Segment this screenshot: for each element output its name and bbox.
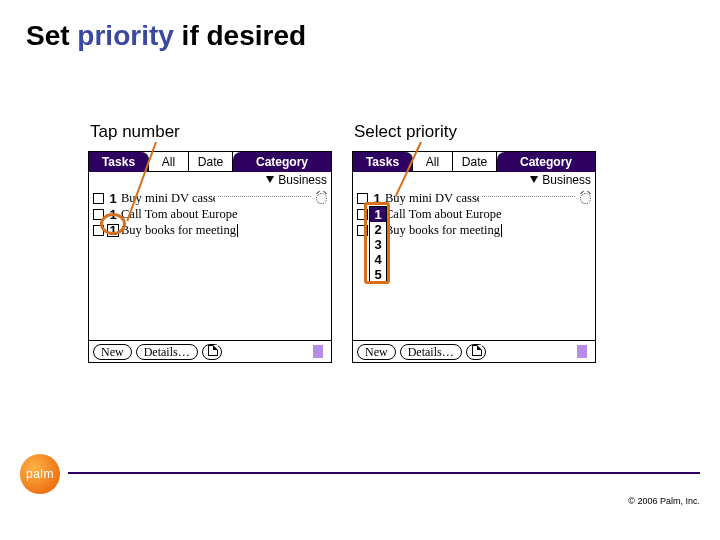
silkscreen-icon	[313, 345, 323, 358]
category-filter[interactable]: Business	[89, 172, 331, 188]
palm-logo: palm	[20, 454, 60, 494]
alarm-icon[interactable]	[316, 193, 327, 204]
task-text[interactable]: Buy books for meeting	[385, 223, 591, 238]
category-filter[interactable]: Business	[353, 172, 595, 188]
title-post: if desired	[174, 20, 306, 51]
footer-divider	[68, 472, 700, 474]
memo-icon	[208, 345, 218, 356]
tab-bar: Tasks All Date Category	[89, 152, 331, 172]
tab-all[interactable]: All	[413, 152, 453, 172]
task-row[interactable]: 1 Buy mini DV cassettes	[357, 190, 591, 206]
caption-select-priority: Select priority	[354, 122, 457, 142]
dot-leader	[482, 196, 576, 197]
chevron-down-icon	[530, 176, 538, 183]
new-button[interactable]: New	[93, 344, 132, 360]
tab-tasks[interactable]: Tasks	[353, 152, 413, 172]
task-text[interactable]: Buy mini DV cassettes	[385, 191, 479, 206]
tab-tasks[interactable]: Tasks	[89, 152, 149, 172]
text-cursor	[237, 224, 238, 237]
tab-bar: Tasks All Date Category	[353, 152, 595, 172]
new-button[interactable]: New	[357, 344, 396, 360]
task-row[interactable]: 1 Buy books for meeting	[93, 222, 327, 238]
details-button[interactable]: Details…	[400, 344, 462, 360]
slide-title: Set priority if desired	[26, 20, 306, 52]
memo-icon	[472, 345, 482, 356]
callout-box	[364, 202, 390, 284]
chevron-down-icon	[266, 176, 274, 183]
text-cursor	[501, 224, 502, 237]
tab-category[interactable]: Category	[233, 152, 331, 172]
tab-date[interactable]: Date	[189, 152, 233, 172]
note-button[interactable]	[202, 344, 222, 360]
title-pre: Set	[26, 20, 77, 51]
priority-number[interactable]: 1	[107, 191, 119, 206]
task-row[interactable]: 1 Call Tom about Europe	[357, 206, 591, 222]
category-filter-label: Business	[278, 173, 327, 187]
note-button[interactable]	[466, 344, 486, 360]
copyright-text: © 2006 Palm, Inc.	[628, 496, 700, 506]
task-text[interactable]: Call Tom about Europe	[385, 207, 591, 222]
task-row[interactable]: 1 Buy books for meeting	[357, 222, 591, 238]
tab-date[interactable]: Date	[453, 152, 497, 172]
task-text[interactable]: Call Tom about Europe	[121, 207, 327, 222]
bottom-toolbar: New Details…	[89, 340, 331, 362]
details-button[interactable]: Details…	[136, 344, 198, 360]
checkbox-icon[interactable]	[93, 193, 104, 204]
alarm-icon[interactable]	[580, 193, 591, 204]
category-filter-label: Business	[542, 173, 591, 187]
tab-category[interactable]: Category	[497, 152, 595, 172]
task-list: 1 Buy mini DV cassettes 1 Call Tom about…	[89, 188, 331, 238]
task-row[interactable]: 1 Buy mini DV cassettes	[93, 190, 327, 206]
tab-all[interactable]: All	[149, 152, 189, 172]
bottom-toolbar: New Details…	[353, 340, 595, 362]
dot-leader	[218, 196, 312, 197]
caption-tap-number: Tap number	[90, 122, 180, 142]
title-accent-word: priority	[77, 20, 173, 51]
task-text[interactable]: Buy books for meeting	[121, 223, 327, 238]
silkscreen-icon	[577, 345, 587, 358]
callout-circle	[100, 213, 126, 235]
palm-screen-left: Tasks All Date Category Business 1 Buy m…	[88, 151, 332, 363]
